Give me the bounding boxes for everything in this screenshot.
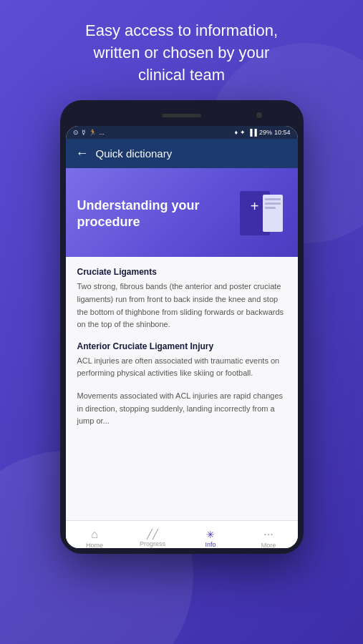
time-label: 10:54 [274, 129, 291, 136]
progress-label: Progress [140, 540, 165, 547]
app-bar-title: Quick dictionary [96, 147, 173, 160]
msg-icon: ☿ [82, 129, 86, 136]
content-section-2: Anterior Cruciate Ligament Injury ACL in… [77, 341, 286, 380]
nav-item-info[interactable]: ✳ Info [182, 521, 240, 548]
more-icon: ··· [263, 529, 273, 540]
status-right-icons: ♦ ✦ ▐▐ 29% 10:54 [235, 129, 291, 136]
plus-icon: + [251, 198, 259, 215]
home-label: Home [86, 542, 103, 549]
battery-label: 29% [259, 129, 272, 136]
status-left-icons: ⊙ ☿ 🏃 ... [73, 129, 105, 136]
nav-item-home[interactable]: ⌂ Home [66, 521, 124, 548]
tagline: Easy access to information, written or c… [0, 0, 363, 100]
whatsapp-icon: ⊙ [73, 129, 79, 136]
activity-icon: 🏃 [89, 129, 97, 136]
section-1-heading: Cruciate Ligaments [77, 267, 286, 277]
content-section-1: Cruciate Ligaments Two strong, fibrous b… [77, 267, 286, 331]
section-3-text: Movements associated with ACL injuries a… [77, 390, 286, 428]
status-bar: ⊙ ☿ 🏃 ... ♦ ✦ ▐▐ 29% 10:54 [66, 126, 298, 139]
content-area: Cruciate Ligaments Two strong, fibrous b… [66, 257, 298, 520]
phone-screen: ⊙ ☿ 🏃 ... ♦ ✦ ▐▐ 29% 10:54 ← Quick dicti… [66, 126, 298, 548]
more-notifications: ... [100, 129, 105, 136]
section-1-text: Two strong, fibrous bands (the anterior … [77, 280, 286, 331]
progress-icon: ╱╱ [147, 530, 158, 539]
phone-top-bar [66, 109, 298, 122]
info-label: Info [205, 541, 216, 548]
home-icon: ⌂ [91, 529, 98, 540]
back-button[interactable]: ← [76, 146, 89, 161]
more-label: More [261, 542, 276, 549]
bluetooth-icon: ✦ [240, 129, 246, 136]
banner: Understanding your procedure + [66, 168, 298, 257]
nav-item-progress[interactable]: ╱╱ Progress [124, 521, 182, 548]
content-section-3: Movements associated with ACL injuries a… [77, 390, 286, 428]
tagline-line1: Easy access to information, [85, 21, 278, 39]
bottom-nav: ⌂ Home ╱╱ Progress ✳ Info ··· More [66, 520, 298, 548]
tagline-line2: written or chosen by your [94, 44, 270, 62]
book-page [263, 195, 283, 232]
phone-speaker [162, 114, 201, 117]
signal-icon: ▐▐ [248, 129, 257, 136]
banner-illustration: + [236, 185, 286, 243]
phone-camera [256, 112, 262, 118]
location-icon: ♦ [235, 129, 238, 136]
app-bar: ← Quick dictionary [66, 139, 298, 168]
banner-text: Understanding your procedure [77, 197, 236, 231]
phone-frame: ⊙ ☿ 🏃 ... ♦ ✦ ▐▐ 29% 10:54 ← Quick dicti… [60, 100, 304, 554]
nav-item-more[interactable]: ··· More [240, 521, 298, 548]
info-icon: ✳ [206, 530, 215, 540]
tagline-line3: clinical team [138, 66, 225, 84]
section-2-text: ACL injuries are often associated with t… [77, 355, 286, 380]
section-2-heading: Anterior Cruciate Ligament Injury [77, 341, 286, 351]
